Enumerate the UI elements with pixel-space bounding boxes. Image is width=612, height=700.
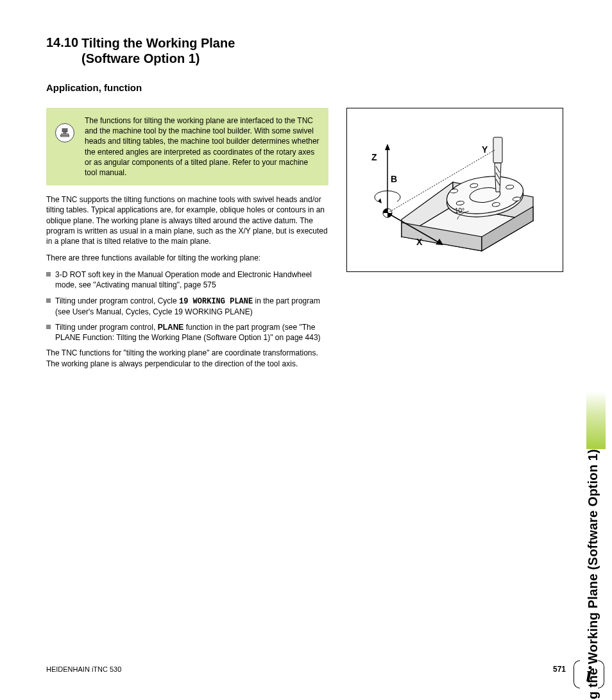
note-text: The functions for tilting the working pl… (85, 116, 319, 177)
svg-rect-0 (62, 128, 67, 132)
svg-marker-28 (378, 198, 382, 203)
subheading: Application, function (46, 82, 142, 93)
svg-marker-24 (385, 144, 390, 150)
paragraph-2: There are three functions available for … (46, 253, 328, 263)
paragraph-3: The TNC functions for "tilting the worki… (46, 348, 328, 368)
right-column: Z Y B X 10° (346, 108, 563, 375)
page-number: 571 (553, 665, 566, 674)
list-item: Tilting under program control, Cycle 19 … (46, 296, 328, 317)
axis-x-label: X (416, 237, 422, 247)
page-footer: HEIDENHAIN iTNC 530 571 (46, 665, 566, 674)
page: 14.10 Tilting the Working Plane (Softwar… (0, 0, 612, 700)
paragraph-1: The TNC supports the tilting functions o… (46, 194, 328, 246)
axis-z-label: Z (371, 152, 377, 162)
footer-product: HEIDENHAIN iTNC 530 (46, 665, 121, 673)
bullet-list: 3-D ROT soft key in the Manual Operation… (46, 269, 328, 343)
figure-svg (347, 108, 564, 273)
axis-y-label: Y (482, 144, 488, 155)
angle-label: 10° (455, 207, 464, 214)
section-title: Tilting the Working Plane (Software Opti… (81, 35, 280, 66)
sidebar-gradient (586, 391, 606, 449)
svg-rect-3 (60, 135, 69, 137)
note-box: The functions for tilting the working pl… (46, 108, 328, 185)
list-item: Tilting under program control, PLANE fun… (46, 322, 328, 343)
svg-rect-18 (493, 137, 502, 163)
axis-b-label: B (391, 174, 397, 184)
svg-rect-1 (64, 132, 66, 134)
figure-tilted-plane: Z Y B X 10° (346, 108, 563, 272)
machine-icon (55, 123, 74, 142)
left-column: The functions for tilting the working pl… (46, 108, 328, 375)
content-columns: The functions for tilting the working pl… (46, 108, 563, 375)
list-item: 3-D ROT soft key in the Manual Operation… (46, 269, 328, 290)
sidebar-tab: 14.10 Tilting the Working Plane (Softwar… (579, 13, 606, 449)
section-number: 14.10 (46, 35, 78, 50)
info-icon: i (574, 659, 604, 690)
